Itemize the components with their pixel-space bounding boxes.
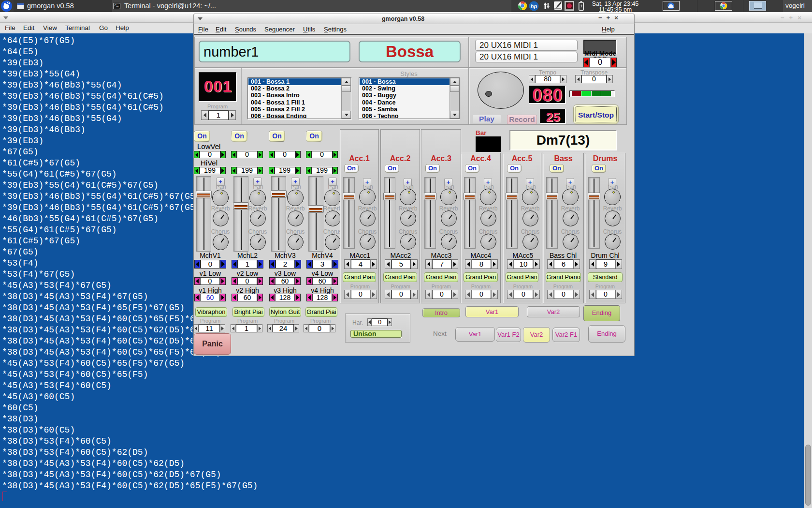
svg-text:hp: hp [531, 3, 537, 9]
